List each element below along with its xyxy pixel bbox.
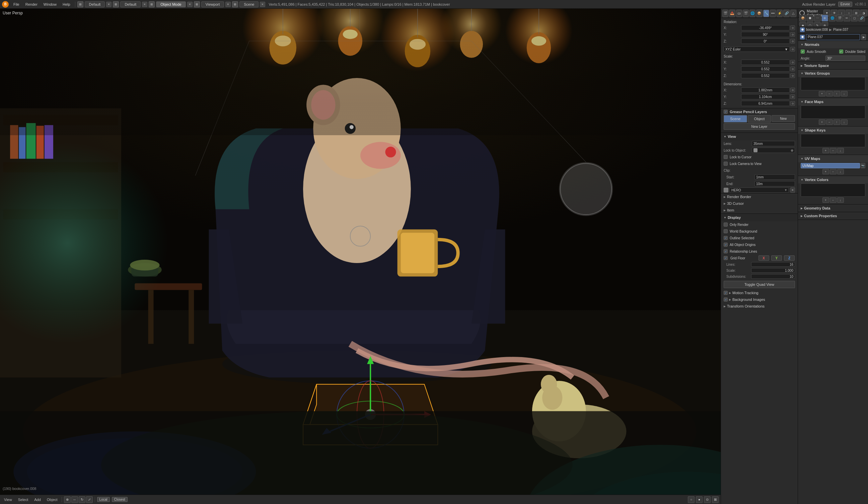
scene-icon[interactable]: ⊕	[822, 15, 828, 21]
dim-z-lock[interactable]: ⊙	[790, 101, 795, 106]
angle-value[interactable]: 30°	[826, 55, 865, 61]
vg-up-btn[interactable]: ↑	[834, 91, 840, 96]
props-tab-view-layer[interactable]: 🗂	[736, 10, 742, 17]
props-tab-modifier[interactable]: 🔧	[763, 10, 769, 17]
viewport-select-menu[interactable]: Select	[16, 497, 30, 502]
double-sided-checkbox[interactable]	[839, 50, 843, 54]
workspace-close-5[interactable]: ✕	[260, 2, 265, 7]
props-tab-scene[interactable]: 🎬	[743, 10, 749, 17]
gp-btn-new-layer[interactable]: New Layer	[724, 123, 795, 130]
dim-y-value[interactable]: 1.104cm	[741, 94, 789, 99]
lock-camera-checkbox[interactable]	[724, 162, 728, 166]
viewport-view-menu[interactable]: View	[2, 497, 14, 502]
face-maps-header[interactable]: ▼ Face Maps	[798, 98, 868, 105]
dim-x-lock[interactable]: ⊙	[790, 88, 795, 92]
lens-value[interactable]: 35mm	[752, 141, 795, 146]
rotation-x-lock[interactable]: ⊙	[790, 25, 795, 30]
gd-header[interactable]: ▶ Geometry Data	[798, 204, 868, 212]
viewport-render-icon[interactable]: ○	[688, 496, 694, 503]
world-bg-checkbox[interactable]	[724, 229, 728, 233]
vc-add-btn[interactable]: +	[823, 198, 829, 203]
workspace-scene[interactable]: Scene	[239, 1, 259, 7]
scale-x-lock[interactable]: ⊙	[790, 60, 795, 65]
all-origins-checkbox[interactable]	[724, 243, 728, 246]
render-border-row[interactable]: ▶ Render Border	[721, 193, 798, 200]
grid-lines-value[interactable]: 16	[751, 262, 795, 267]
workspace-close-2[interactable]: ✕	[142, 2, 147, 7]
workspace-close-4[interactable]: ✕	[225, 2, 231, 7]
auto-smooth-checkbox[interactable]	[801, 50, 805, 54]
viewport-shading-icon[interactable]: ●	[696, 496, 703, 503]
viewport-local-mode[interactable]: Local	[97, 497, 110, 502]
props-tab-constraints[interactable]: 🔗	[783, 10, 789, 17]
texture-space-header[interactable]: ▶ Texture Space	[798, 62, 868, 69]
dim-y-lock[interactable]: ⊙	[790, 94, 795, 99]
object-expand-icon[interactable]: ▶	[861, 34, 866, 40]
view3-icon[interactable]: ◻	[851, 15, 858, 21]
workspace-viewport[interactable]: Viewport	[201, 1, 224, 7]
workspace-close-1[interactable]: ✕	[106, 2, 112, 7]
gp-btn-new[interactable]: New	[772, 115, 795, 122]
scale-y-value[interactable]: 0.552	[741, 66, 789, 72]
uv-add-btn[interactable]: +	[823, 169, 829, 174]
props-tab-render[interactable]: 🎬	[722, 10, 728, 17]
gp-checkbox[interactable]	[724, 110, 728, 114]
viewport-overlay-icon[interactable]: ⊙	[704, 496, 711, 503]
fm-down-btn[interactable]: ↓	[841, 119, 848, 125]
tool-rotate-icon[interactable]: ↻	[79, 496, 85, 503]
world-icon[interactable]: 🌐	[829, 15, 836, 21]
vertex-groups-header[interactable]: ▼ Vertex Groups	[798, 70, 868, 77]
grid-y-btn[interactable]: Y	[771, 255, 782, 261]
cp-header[interactable]: ▶ Custom Properties	[798, 212, 868, 220]
props-tab-object[interactable]: 📦	[756, 10, 762, 17]
scale-y-lock[interactable]: ⊙	[790, 66, 795, 71]
particles-icon[interactable]: ⋯	[814, 15, 821, 21]
local-camera-clear[interactable]: ✕	[790, 187, 795, 193]
transform-orient-row[interactable]: ▶ Transform Orientations	[721, 303, 798, 309]
rotation-z-value[interactable]: 0°	[741, 39, 789, 44]
vg-add-btn[interactable]: +	[819, 91, 826, 96]
gp-tab-object[interactable]: Object	[748, 115, 771, 123]
cursor-3d-row[interactable]: ▶ 3D Cursor	[721, 200, 798, 207]
view-section-header[interactable]: ▼ View	[721, 133, 798, 140]
menu-render[interactable]: Render	[23, 2, 40, 7]
fm-up-btn[interactable]: ↑	[834, 119, 840, 125]
freestyle-icon[interactable]: ✏	[844, 15, 850, 21]
viewport-object-menu[interactable]: Object	[45, 497, 60, 502]
vc-header[interactable]: ▼ Vertex Colors	[798, 176, 868, 183]
vc-down-btn[interactable]: ↓	[837, 198, 844, 203]
motion-tracking-checkbox[interactable]	[724, 291, 728, 295]
props-tab-particles[interactable]: •••	[770, 10, 776, 17]
relationship-checkbox[interactable]	[724, 249, 728, 253]
local-camera-input[interactable]: HERO ▼	[730, 187, 789, 193]
vc-remove-btn[interactable]: −	[830, 198, 837, 203]
grid-scale-value[interactable]: 1.000	[751, 268, 795, 273]
rotation-z-lock[interactable]: ⊙	[790, 39, 795, 43]
blender-logo[interactable]: B	[2, 1, 9, 8]
outline-checkbox[interactable]	[724, 236, 728, 240]
clip-end-value[interactable]: 10m	[754, 181, 795, 186]
object-name-input[interactable]: Plane.037	[806, 34, 860, 40]
lock-cursor-checkbox[interactable]	[724, 155, 728, 159]
workspace-icon-5[interactable]: ⊞	[232, 1, 238, 7]
gp-tab-scene[interactable]: Scene	[724, 115, 747, 123]
render2-icon[interactable]: 🎬	[836, 15, 843, 21]
display-section-header[interactable]: ▼ Display	[721, 214, 798, 221]
rotation-y-value[interactable]: 90°	[741, 32, 789, 37]
sk-remove-btn[interactable]: −	[830, 148, 837, 153]
menu-help[interactable]: Help	[60, 2, 73, 7]
bg-images-checkbox[interactable]	[724, 297, 728, 302]
props-tab-output[interactable]: 📤	[729, 10, 735, 17]
menu-file[interactable]: File	[11, 2, 22, 7]
props-tab-world[interactable]: 🌐	[750, 10, 755, 17]
workspace-icon-3[interactable]: ⊞	[149, 1, 155, 7]
sk-down-btn[interactable]: ↓	[837, 148, 844, 153]
uv-down-btn[interactable]: ↓	[837, 169, 844, 174]
tool-scale-icon[interactable]: ⤢	[86, 496, 93, 503]
toggle-quad-view-btn[interactable]: Toggle Quad View	[724, 281, 795, 288]
vg-remove-btn[interactable]: −	[826, 91, 833, 96]
viewport-xray-icon[interactable]: ⊠	[712, 496, 719, 503]
euler-lock[interactable]: ⊙	[790, 47, 795, 52]
workspace-object-mode[interactable]: Object Mode	[156, 1, 186, 7]
normals-header[interactable]: ▼ Normals	[798, 41, 868, 48]
